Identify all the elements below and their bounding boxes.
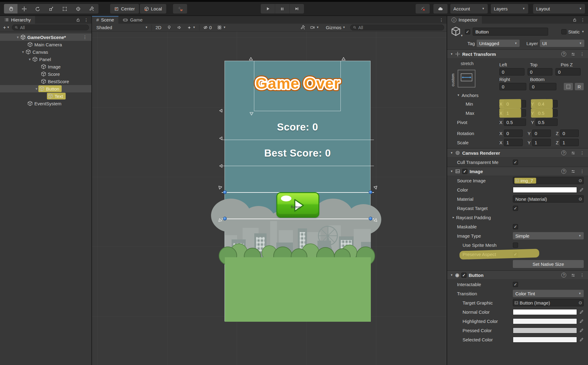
anchors-foldout[interactable]: ▼ Anchors: [447, 91, 588, 99]
top-field[interactable]: 0: [528, 68, 553, 76]
scene-viewport[interactable]: Game Over Game Over Game Over Score: 0 B…: [92, 32, 447, 365]
eyedropper-icon[interactable]: [579, 328, 584, 333]
scene-search-input[interactable]: All: [350, 25, 444, 30]
foldout-icon[interactable]: ▼: [15, 36, 20, 39]
raw-edit-mode-button[interactable]: R: [575, 83, 584, 90]
help-icon[interactable]: ?: [561, 52, 566, 56]
rotation-mode-button[interactable]: Local: [140, 4, 166, 14]
layers-dropdown[interactable]: Layers▼: [491, 4, 528, 14]
lighting-toggle-button[interactable]: [165, 24, 173, 31]
right-field[interactable]: 0: [499, 83, 526, 90]
scene-tab[interactable]: # Scene: [92, 16, 118, 24]
scale-y-field[interactable]: 1: [532, 139, 551, 146]
pivot-mode-button[interactable]: Center: [110, 4, 139, 14]
2d-toggle-button[interactable]: 2D: [154, 24, 163, 31]
preserve-aspect-checkbox[interactable]: [513, 252, 518, 257]
static-checkbox[interactable]: [561, 29, 567, 34]
selected-color-swatch[interactable]: [513, 337, 577, 343]
hierarchy-tab[interactable]: Hierarchy: [0, 16, 35, 24]
highlighted-color-swatch[interactable]: [513, 318, 577, 324]
hierarchy-item-scene[interactable]: ▼ GameOverScene* ⋮: [0, 33, 91, 41]
button-component-header[interactable]: ▼ ◉ Button ? ⋮: [447, 270, 588, 280]
anchor-handle[interactable]: [219, 136, 222, 140]
cloud-button[interactable]: [433, 4, 448, 14]
transform-tool-button[interactable]: [71, 4, 85, 14]
anchor-preset-widget[interactable]: [458, 70, 475, 87]
hierarchy-item-canvas[interactable]: ▼ Canvas: [0, 48, 91, 56]
help-icon[interactable]: ?: [561, 150, 566, 155]
foldout-icon[interactable]: ▼: [452, 216, 455, 219]
anchor-handle[interactable]: [249, 57, 253, 60]
maskable-checkbox[interactable]: [513, 224, 518, 229]
set-native-size-button[interactable]: Set Native Size: [513, 260, 584, 268]
foldout-icon[interactable]: ▼: [450, 53, 453, 56]
layer-dropdown[interactable]: UI▼: [540, 40, 584, 47]
hierarchy-item-bestscore[interactable]: BestScore: [0, 78, 91, 85]
layout-dropdown[interactable]: Layout▼: [533, 4, 585, 14]
component-enabled-checkbox[interactable]: [462, 169, 467, 174]
help-icon[interactable]: ?: [561, 169, 566, 174]
help-icon[interactable]: ?: [561, 273, 566, 278]
scale-tool-button[interactable]: [44, 4, 58, 14]
target-graphic-field[interactable]: Button (Image) ⊙: [513, 299, 584, 306]
collab-button[interactable]: [416, 4, 430, 14]
use-sprite-mesh-checkbox[interactable]: [513, 243, 518, 248]
image-component-header[interactable]: ▼ Image ? ⋮: [447, 167, 588, 176]
presets-icon[interactable]: [571, 52, 575, 56]
object-picker-icon[interactable]: ⊙: [578, 196, 582, 201]
foldout-icon[interactable]: ▼: [21, 50, 25, 54]
lock-icon[interactable]: [572, 17, 577, 22]
component-menu-icon[interactable]: ⋮: [580, 273, 584, 278]
foldout-icon[interactable]: ▼: [450, 274, 453, 277]
pause-button[interactable]: [275, 4, 290, 14]
bottom-field[interactable]: 0: [529, 83, 556, 90]
camera-settings-dropdown[interactable]: ▼: [308, 24, 321, 31]
active-checkbox[interactable]: [465, 29, 470, 34]
hierarchy-item-main-camera[interactable]: Main Camera: [0, 41, 91, 48]
play-button[interactable]: [261, 4, 275, 14]
anchor-min-y-field[interactable]: 0.4: [536, 100, 558, 107]
game-tab[interactable]: Game: [118, 16, 147, 24]
custom-tool-button[interactable]: [85, 4, 98, 14]
hierarchy-item-eventsystem[interactable]: EventSystem: [0, 100, 91, 107]
effects-dropdown-button[interactable]: ▼: [185, 24, 197, 31]
anchor-handle[interactable]: [373, 184, 379, 190]
color-swatch[interactable]: [513, 187, 577, 193]
selection-handle[interactable]: [223, 190, 227, 194]
panel-menu-icon[interactable]: ⋮: [439, 17, 444, 22]
component-menu-icon[interactable]: ⋮: [580, 169, 584, 174]
lock-icon[interactable]: [76, 17, 80, 22]
move-tool-button[interactable]: [17, 4, 31, 14]
posz-field[interactable]: 0: [555, 68, 581, 76]
hierarchy-item-image[interactable]: Image: [0, 63, 91, 70]
scale-x-field[interactable]: 1: [504, 139, 523, 146]
anchor-handle[interactable]: [341, 57, 346, 60]
hierarchy-item-score[interactable]: Score: [0, 70, 91, 78]
anchor-handle[interactable]: [219, 164, 222, 168]
material-field[interactable]: None (Material) ⊙: [513, 195, 584, 203]
raycast-padding-row[interactable]: ▼ Raycast Padding: [447, 213, 588, 222]
chevron-down-icon[interactable]: ▼: [582, 30, 584, 33]
selection-handle[interactable]: [369, 217, 372, 220]
rect-transform-header[interactable]: ▼ Rect Transform ? ⋮: [447, 49, 588, 59]
pivot-y-field[interactable]: 0.5: [536, 118, 558, 126]
draw-mode-dropdown[interactable]: Shaded▼: [94, 24, 150, 31]
canvas-renderer-header[interactable]: ▼ Canvas Renderer ? ⋮: [447, 148, 588, 157]
anchor-max-y-field[interactable]: 0.5: [536, 109, 558, 117]
hierarchy-search-input[interactable]: All: [12, 25, 89, 30]
anchor-max-x-field[interactable]: 1: [504, 109, 526, 117]
selection-handle[interactable]: [223, 217, 227, 220]
rect-tool-button[interactable]: [58, 4, 71, 14]
tag-dropdown[interactable]: Untagged▼: [477, 40, 520, 47]
panel-menu-icon[interactable]: ⋮: [84, 17, 88, 22]
gizmos-dropdown[interactable]: Gizmos ▼: [324, 24, 347, 31]
left-field[interactable]: 0: [499, 68, 525, 76]
anchor-min-x-field[interactable]: 0: [504, 100, 526, 107]
object-picker-icon[interactable]: ⊙: [578, 178, 582, 183]
rotate-tool-button[interactable]: [31, 4, 44, 14]
pivot-x-field[interactable]: 0.5: [504, 118, 526, 126]
transition-dropdown[interactable]: Color Tint▼: [513, 290, 584, 297]
hierarchy-item-text[interactable]: Text: [0, 92, 91, 100]
eyedropper-icon[interactable]: [579, 188, 584, 192]
presets-icon[interactable]: [571, 273, 575, 278]
